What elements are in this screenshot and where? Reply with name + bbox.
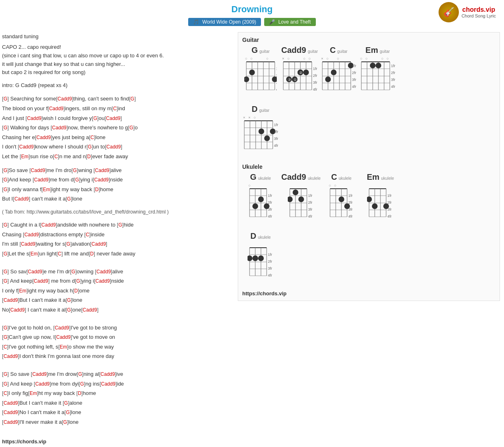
chord-G[interactable]: G bbox=[63, 419, 67, 425]
chord-Cadd9[interactable]: Cadd9 bbox=[4, 419, 18, 425]
chord-G[interactable]: G bbox=[4, 269, 7, 275]
chord-C[interactable]: C bbox=[58, 251, 61, 257]
chord-Cadd9[interactable]: Cadd9 bbox=[27, 116, 41, 121]
chord-Cadd9[interactable]: Cadd9 bbox=[100, 371, 115, 377]
chord-G[interactable]: G bbox=[75, 177, 79, 183]
chord-Cadd9[interactable]: Cadd9 bbox=[21, 241, 35, 247]
chord-Em[interactable]: Em bbox=[21, 154, 28, 159]
chord-Cadd9[interactable]: Cadd9 bbox=[91, 241, 106, 247]
chord-Cadd9[interactable]: Cadd9 bbox=[34, 278, 48, 284]
svg-text:①: ① bbox=[293, 78, 297, 82]
chord-G[interactable]: G bbox=[4, 278, 7, 284]
chord-Em[interactable]: Em bbox=[30, 251, 38, 257]
album-badge[interactable]: 🎵 World Wide Open (2009) bbox=[188, 18, 261, 26]
chord-Cadd9[interactable]: Cadd9 bbox=[37, 135, 51, 140]
svg-text:○: ○ bbox=[360, 57, 362, 61]
guitar-chord-row-2: D guitar × × ○ bbox=[242, 105, 495, 159]
chord-Em[interactable]: Em bbox=[43, 187, 50, 192]
chord-D[interactable]: D bbox=[78, 390, 81, 396]
chord-Cadd9[interactable]: Cadd9 bbox=[52, 125, 66, 131]
artist-badge[interactable]: 🎤 Love and Theft bbox=[264, 18, 315, 26]
chord-C[interactable]: C bbox=[4, 390, 7, 396]
chord-G[interactable]: G bbox=[129, 125, 133, 131]
chord-Em[interactable]: Em bbox=[30, 390, 37, 396]
chord-G[interactable]: G bbox=[4, 187, 7, 192]
svg-text:1fr: 1fr bbox=[268, 253, 272, 257]
chord-G[interactable]: G bbox=[72, 269, 75, 275]
svg-point-64 bbox=[331, 70, 337, 75]
svg-point-189 bbox=[258, 255, 264, 261]
chord-Cadd9[interactable]: Cadd9 bbox=[31, 168, 45, 173]
chord-Cadd9[interactable]: Cadd9 bbox=[49, 106, 63, 111]
chord-Cadd9[interactable]: Cadd9 bbox=[35, 381, 50, 387]
chord-C[interactable]: C bbox=[113, 106, 117, 111]
chord-Cadd9[interactable]: Cadd9 bbox=[28, 269, 42, 275]
chord-Cadd9[interactable]: Cadd9 bbox=[106, 144, 121, 150]
chord-Cadd9[interactable]: Cadd9 bbox=[4, 410, 18, 415]
chord-Cadd9[interactable]: Cadd9 bbox=[41, 222, 56, 228]
chord-Em[interactable]: Em bbox=[19, 288, 26, 294]
chord-G[interactable]: G bbox=[4, 334, 7, 340]
chord-G[interactable]: G bbox=[4, 371, 7, 377]
chord-Cadd9[interactable]: Cadd9 bbox=[83, 307, 97, 313]
chord-Cadd9[interactable]: Cadd9 bbox=[55, 325, 69, 331]
chord-G[interactable]: G bbox=[80, 381, 84, 387]
svg-text:1fr: 1fr bbox=[268, 194, 272, 198]
chord-G[interactable]: G bbox=[4, 96, 7, 102]
chord-Cadd9[interactable]: Cadd9 bbox=[4, 353, 18, 359]
chord-D[interactable]: D bbox=[95, 187, 99, 192]
chord-Em[interactable]: Em bbox=[60, 344, 67, 350]
chord-Cadd9[interactable]: Cadd9 bbox=[96, 269, 111, 275]
chord-Cadd9[interactable]: Cadd9 bbox=[19, 144, 33, 150]
chord-D[interactable]: D bbox=[87, 154, 91, 159]
chord-C[interactable]: C bbox=[86, 232, 89, 238]
svg-text:4fr: 4fr bbox=[276, 87, 277, 92]
chord-G[interactable]: G bbox=[67, 297, 71, 303]
chord-G[interactable]: G bbox=[76, 278, 80, 284]
chord-Cadd9[interactable]: Cadd9 bbox=[96, 278, 110, 284]
svg-text:○: ○ bbox=[337, 57, 339, 61]
chord-G[interactable]: G bbox=[67, 196, 71, 202]
chord-G[interactable]: G bbox=[64, 400, 68, 406]
chord-Cadd9[interactable]: Cadd9 bbox=[32, 371, 46, 377]
chord-Cadd9[interactable]: Cadd9 bbox=[4, 400, 18, 406]
chord-G[interactable]: G bbox=[4, 222, 7, 228]
chord-G[interactable]: G bbox=[78, 371, 82, 377]
chord-C[interactable]: C bbox=[4, 344, 7, 350]
chord-Cadd9[interactable]: Cadd9 bbox=[10, 307, 24, 313]
chord-Cadd9[interactable]: Cadd9 bbox=[95, 168, 109, 173]
chord-C[interactable]: C bbox=[54, 154, 58, 159]
chord-C[interactable]: C bbox=[91, 135, 94, 140]
intro-note: intro: G Cadd9 (repeat xs 4) bbox=[2, 81, 234, 90]
chord-G[interactable]: G bbox=[4, 381, 7, 387]
chord-diagram-C-guitar: C guitar × ○ ○ bbox=[320, 46, 357, 100]
chord-Cadd9[interactable]: Cadd9 bbox=[106, 116, 120, 121]
chord-Cadd9[interactable]: Cadd9 bbox=[94, 177, 109, 183]
chord-G[interactable]: G bbox=[73, 168, 76, 173]
chord-diagram-C-ukulele: C ukulele ○ ○ bbox=[323, 172, 360, 227]
chord-Cadd9[interactable]: Cadd9 bbox=[101, 381, 115, 387]
svg-text:1fr: 1fr bbox=[276, 67, 277, 71]
chord-G[interactable]: G bbox=[88, 144, 91, 150]
svg-text:2fr: 2fr bbox=[268, 259, 272, 264]
chord-Cadd9[interactable]: Cadd9 bbox=[24, 232, 39, 238]
chord-G[interactable]: G bbox=[4, 251, 7, 257]
chord-G[interactable]: G bbox=[67, 241, 70, 247]
chord-Cadd9[interactable]: Cadd9 bbox=[56, 334, 70, 340]
chord-G[interactable]: G bbox=[4, 177, 7, 183]
svg-text:4fr: 4fr bbox=[308, 214, 313, 218]
chord-G[interactable]: G bbox=[118, 222, 122, 228]
svg-text:○: ○ bbox=[365, 57, 367, 61]
chord-G[interactable]: G bbox=[67, 307, 71, 313]
chord-G[interactable]: G bbox=[4, 168, 7, 173]
chord-G[interactable]: G bbox=[4, 125, 7, 131]
chord-Cadd9[interactable]: Cadd9 bbox=[34, 177, 48, 183]
chord-Cadd9[interactable]: Cadd9 bbox=[58, 96, 72, 102]
chord-grid-C-ukulele: ○ ○ bbox=[328, 183, 354, 227]
chord-Cadd9[interactable]: Cadd9 bbox=[14, 196, 28, 202]
chord-G[interactable]: G bbox=[4, 325, 7, 331]
capo-note: CAPO 2... capo required! (since i cant s… bbox=[2, 43, 234, 77]
svg-text:3fr: 3fr bbox=[274, 137, 278, 141]
chord-Cadd9[interactable]: Cadd9 bbox=[4, 297, 18, 303]
chord-G[interactable]: G bbox=[93, 116, 97, 121]
